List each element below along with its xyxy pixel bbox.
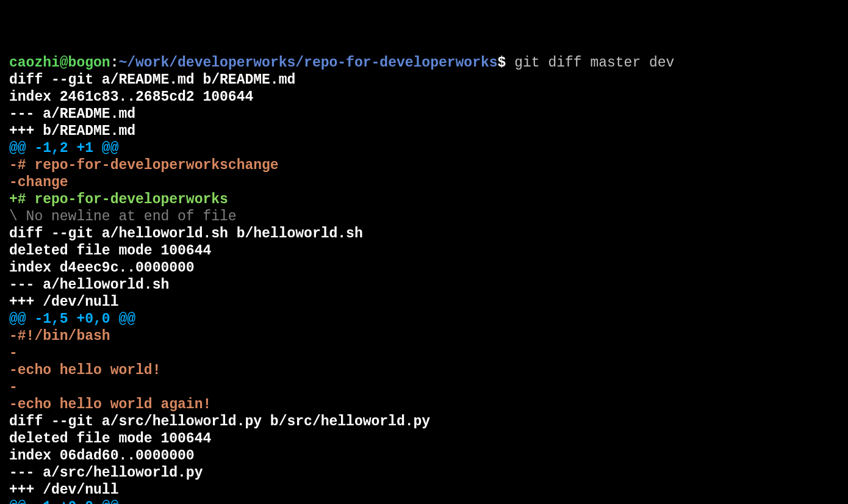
diff-line: --- a/README.md bbox=[9, 106, 135, 122]
diff-line: -echo hello world! bbox=[9, 362, 160, 378]
diff-line: deleted file mode 100644 bbox=[9, 431, 211, 447]
diff-line: -echo hello world again! bbox=[9, 397, 211, 412]
diff-line: - bbox=[9, 345, 18, 361]
diff-line: -# repo-for-developerworkschange bbox=[9, 157, 279, 173]
diff-line: --- a/src/helloworld.py bbox=[9, 465, 203, 481]
diff-line: @@ -1,5 +0,0 @@ bbox=[9, 311, 135, 327]
diff-line: @@ -1,2 +1 @@ bbox=[9, 140, 118, 156]
terminal-output[interactable]: caozhi@bogon:~/work/developerworks/repo-… bbox=[9, 54, 839, 504]
diff-line: index 2461c83..2685cd2 100644 bbox=[9, 89, 253, 105]
diff-line: --- a/helloworld.sh bbox=[9, 277, 169, 293]
diff-line: index d4eec9c..0000000 bbox=[9, 260, 195, 276]
diff-line: diff --git a/README.md b/README.md bbox=[9, 72, 295, 88]
diff-line: -#!/bin/bash bbox=[9, 328, 110, 344]
diff-line: - bbox=[9, 380, 18, 395]
diff-line: deleted file mode 100644 bbox=[9, 243, 211, 259]
diff-line: -change bbox=[9, 175, 68, 190]
diff-line: +++ /dev/null bbox=[9, 294, 118, 310]
prompt-colon: : bbox=[110, 55, 119, 71]
prompt-dollar: $ bbox=[498, 55, 506, 71]
prompt-user-host: caozhi@bogon bbox=[9, 55, 110, 71]
diff-line: diff --git a/src/helloworld.py b/src/hel… bbox=[9, 414, 430, 430]
diff-line: +++ b/README.md bbox=[9, 123, 135, 139]
diff-line: \ No newline at end of file bbox=[9, 209, 237, 225]
diff-line: diff --git a/helloworld.sh b/helloworld.… bbox=[9, 226, 363, 242]
diff-line: index 06dad60..0000000 bbox=[9, 448, 195, 464]
prompt-path: ~/work/developerworks/repo-for-developer… bbox=[118, 55, 497, 71]
diff-output: diff --git a/README.md b/README.md index… bbox=[9, 71, 839, 504]
diff-line: +++ /dev/null bbox=[9, 482, 118, 498]
diff-line: +# repo-for-developerworks bbox=[9, 192, 228, 207]
command-input: git diff master dev bbox=[506, 55, 674, 71]
diff-line: @@ -1 +0,0 @@ bbox=[9, 499, 118, 504]
